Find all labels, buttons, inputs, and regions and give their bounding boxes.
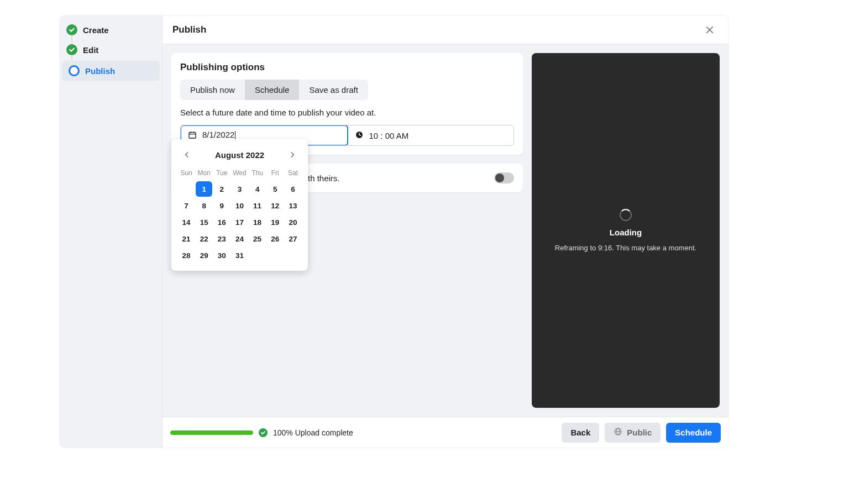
section-title: Publishing options	[180, 62, 514, 73]
calendar-day[interactable]: 8	[196, 198, 212, 213]
current-step-icon	[69, 65, 80, 76]
tab-publish-now[interactable]: Publish now	[180, 80, 245, 100]
calendar-day[interactable]: 3	[231, 181, 248, 197]
calendar-day[interactable]: 6	[285, 181, 301, 197]
calendar-grid: SunMonTueWedThuFriSat1234567891011121314…	[178, 167, 301, 263]
calendar-day[interactable]: 5	[267, 181, 284, 197]
calendar-dow: Wed	[231, 167, 248, 180]
calendar-dow: Sun	[178, 167, 195, 180]
remix-toggle[interactable]	[494, 172, 514, 183]
calendar-day[interactable]: 30	[213, 248, 230, 263]
preview-loading-title: Loading	[610, 228, 642, 237]
calendar-month-label: August 2022	[215, 150, 264, 160]
close-button[interactable]	[701, 21, 719, 39]
svg-rect-2	[189, 132, 196, 138]
calendar-dow: Tue	[213, 167, 230, 180]
calendar-day[interactable]: 19	[267, 214, 284, 230]
tab-save-draft[interactable]: Save as draft	[299, 80, 368, 100]
calendar-day[interactable]: 24	[231, 231, 248, 246]
calendar-day[interactable]: 22	[196, 231, 212, 246]
calendar-day[interactable]: 10	[231, 198, 248, 213]
calendar-day[interactable]: 29	[196, 248, 212, 263]
calendar-day[interactable]: 7	[178, 198, 195, 213]
step-label: Publish	[85, 66, 115, 76]
calendar-day[interactable]: 14	[178, 214, 195, 230]
globe-icon	[614, 427, 622, 438]
upload-status-text: 100% Upload complete	[273, 428, 353, 437]
prev-month-button[interactable]	[180, 148, 193, 161]
upload-status: 100% Upload complete	[170, 428, 353, 437]
calendar-day[interactable]: 9	[213, 198, 230, 213]
calendar-day[interactable]: 13	[285, 198, 301, 213]
step-edit[interactable]: Edit	[60, 40, 162, 60]
check-icon	[66, 24, 77, 35]
toggle-knob	[495, 174, 504, 182]
main-panel: Publish Publishing options Publish now S…	[162, 15, 729, 448]
preview-loading-subtitle: Reframing to 9:16. This may take a momen…	[555, 244, 696, 252]
clock-icon	[355, 130, 364, 141]
tab-schedule[interactable]: Schedule	[245, 80, 300, 100]
calendar-dow: Fri	[267, 167, 284, 180]
calendar-day[interactable]: 31	[231, 248, 248, 263]
dialog-footer: 100% Upload complete Back Public Schedul…	[163, 417, 729, 448]
audience-button[interactable]: Public	[605, 423, 661, 443]
time-value: 10 : 00 AM	[369, 131, 409, 140]
calendar-day[interactable]: 21	[178, 231, 195, 246]
calendar-dow: Sat	[285, 167, 301, 180]
video-preview-panel: Loading Reframing to 9:16. This may take…	[532, 53, 720, 408]
step-publish[interactable]: Publish	[62, 61, 160, 81]
stepper-sidebar: Create Edit Publish	[60, 15, 162, 448]
upload-progress-bar	[170, 431, 253, 435]
calendar-day[interactable]: 17	[231, 214, 248, 230]
check-icon	[259, 428, 268, 437]
schedule-hint: Select a future date and time to publish…	[180, 108, 514, 117]
calendar-day[interactable]: 4	[249, 181, 266, 197]
calendar-day[interactable]: 11	[249, 198, 266, 213]
calendar-day[interactable]: 2	[213, 181, 230, 197]
calendar-day[interactable]: 1	[196, 181, 212, 197]
schedule-button[interactable]: Schedule	[666, 423, 721, 443]
page-title: Publish	[172, 24, 206, 35]
step-label: Create	[83, 25, 109, 35]
calendar-day[interactable]: 15	[196, 214, 212, 230]
publish-mode-segmented: Publish now Schedule Save as draft	[180, 80, 368, 100]
calendar-day[interactable]: 28	[178, 248, 195, 263]
calendar-day[interactable]: 27	[285, 231, 301, 246]
calendar-day[interactable]: 12	[267, 198, 284, 213]
calendar-day[interactable]: 16	[213, 214, 230, 230]
spinner-icon	[620, 209, 632, 221]
calendar-day[interactable]: 18	[249, 214, 266, 230]
back-button[interactable]: Back	[562, 423, 599, 443]
time-input[interactable]: 10 : 00 AM	[348, 125, 514, 145]
check-icon	[66, 44, 77, 55]
calendar-day[interactable]: 23	[213, 231, 230, 246]
calendar-day[interactable]: 25	[249, 231, 266, 246]
date-picker-popover: August 2022 SunMonTueWedThuFriSat1234567…	[171, 139, 308, 271]
calendar-dow: Thu	[249, 167, 266, 180]
step-label: Edit	[83, 45, 98, 55]
calendar-day[interactable]: 20	[285, 214, 301, 230]
next-month-button[interactable]	[286, 148, 299, 161]
step-create[interactable]: Create	[60, 20, 162, 40]
calendar-dow: Mon	[196, 167, 212, 180]
calendar-day[interactable]: 26	[267, 231, 284, 246]
dialog-header: Publish	[163, 15, 729, 44]
publish-dialog: Create Edit Publish Publish Publishi	[60, 15, 729, 448]
publishing-options-card: Publishing options Publish now Schedule …	[171, 53, 523, 155]
audience-label: Public	[627, 428, 652, 437]
